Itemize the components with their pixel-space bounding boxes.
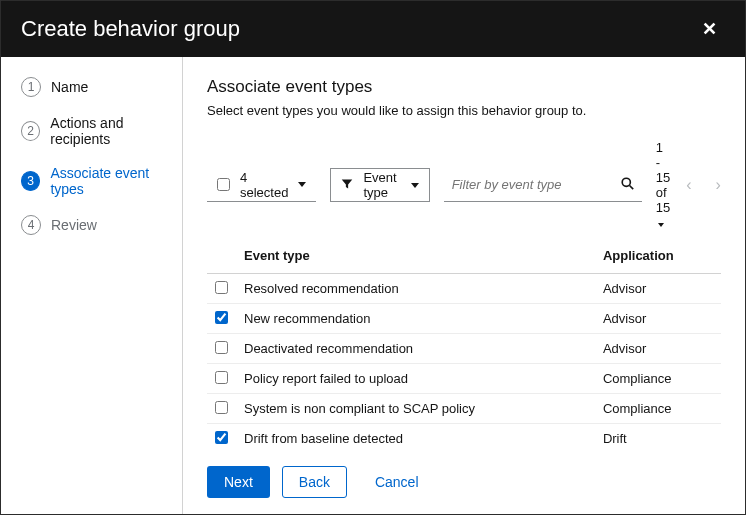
page-title: Associate event types bbox=[207, 77, 721, 97]
cell-event-type: Deactivated recommendation bbox=[236, 334, 595, 364]
caret-down-icon bbox=[411, 183, 419, 188]
caret-down-icon bbox=[658, 223, 664, 227]
row-checkbox[interactable] bbox=[215, 281, 228, 294]
bulk-select-dropdown[interactable]: 4 selected bbox=[207, 168, 316, 202]
cell-event-type: System is non compliant to SCAP policy bbox=[236, 394, 595, 424]
step-label: Associate event types bbox=[50, 165, 182, 197]
wizard-step-associate[interactable]: 3 Associate event types bbox=[21, 165, 182, 197]
wizard-nav: 1 Name 2 Actions and recipients 3 Associ… bbox=[1, 57, 183, 514]
pagination-label[interactable]: 1 - 15 of 15 bbox=[656, 140, 670, 230]
toolbar: 4 selected Event type bbox=[207, 140, 721, 230]
step-number: 4 bbox=[21, 215, 41, 235]
step-number: 3 bbox=[21, 171, 40, 191]
caret-down-icon bbox=[298, 182, 306, 187]
row-checkbox[interactable] bbox=[215, 401, 228, 414]
svg-line-1 bbox=[629, 185, 633, 189]
cell-application: Compliance bbox=[595, 394, 721, 424]
col-event-type: Event type bbox=[236, 240, 595, 274]
cell-application: Drift bbox=[595, 424, 721, 453]
filter-search-input-wrap bbox=[444, 168, 642, 202]
step-number: 2 bbox=[21, 121, 40, 141]
row-checkbox[interactable] bbox=[215, 431, 228, 444]
wizard-step-actions[interactable]: 2 Actions and recipients bbox=[21, 115, 182, 147]
cell-application: Compliance bbox=[595, 364, 721, 394]
prev-page-button[interactable]: ‹ bbox=[678, 172, 699, 198]
cell-application: Advisor bbox=[595, 304, 721, 334]
table-row: Resolved recommendationAdvisor bbox=[207, 274, 721, 304]
wizard-footer: Next Back Cancel bbox=[207, 452, 721, 498]
cell-event-type: Policy report failed to upload bbox=[236, 364, 595, 394]
event-types-table: Event type Application Resolved recommen… bbox=[207, 240, 721, 452]
cell-event-type: Drift from baseline detected bbox=[236, 424, 595, 453]
step-label: Review bbox=[51, 217, 97, 233]
col-application: Application bbox=[595, 240, 721, 274]
cell-application: Advisor bbox=[595, 334, 721, 364]
wizard-content: Associate event types Select event types… bbox=[183, 57, 745, 514]
bulk-select-checkbox[interactable] bbox=[217, 178, 230, 191]
table-row: Deactivated recommendationAdvisor bbox=[207, 334, 721, 364]
wizard-step-review[interactable]: 4 Review bbox=[21, 215, 182, 235]
table-row: Drift from baseline detectedDrift bbox=[207, 424, 721, 453]
modal-header: Create behavior group ✕ bbox=[1, 1, 745, 57]
wizard-step-name[interactable]: 1 Name bbox=[21, 77, 182, 97]
modal-body: 1 Name 2 Actions and recipients 3 Associ… bbox=[1, 57, 745, 514]
page-subtitle: Select event types you would like to ass… bbox=[207, 103, 721, 118]
step-number: 1 bbox=[21, 77, 41, 97]
pagination: 1 - 15 of 15 ‹ › bbox=[656, 140, 729, 230]
next-page-button[interactable]: › bbox=[707, 172, 728, 198]
cancel-button[interactable]: Cancel bbox=[359, 467, 435, 497]
cell-event-type: New recommendation bbox=[236, 304, 595, 334]
next-button[interactable]: Next bbox=[207, 466, 270, 498]
row-checkbox[interactable] bbox=[215, 341, 228, 354]
table-row: New recommendationAdvisor bbox=[207, 304, 721, 334]
col-checkbox bbox=[207, 240, 236, 274]
svg-point-0 bbox=[622, 178, 630, 186]
close-icon[interactable]: ✕ bbox=[694, 14, 725, 44]
cell-application: Advisor bbox=[595, 274, 721, 304]
table-row: System is non compliant to SCAP policyCo… bbox=[207, 394, 721, 424]
modal-title: Create behavior group bbox=[21, 16, 240, 42]
filter-type-label: Event type bbox=[363, 170, 396, 200]
filter-search-input[interactable] bbox=[452, 177, 621, 192]
cell-event-type: Resolved recommendation bbox=[236, 274, 595, 304]
filter-type-dropdown[interactable]: Event type bbox=[330, 168, 429, 202]
back-button[interactable]: Back bbox=[282, 466, 347, 498]
search-icon[interactable] bbox=[621, 177, 634, 193]
filter-icon bbox=[341, 178, 353, 193]
create-behavior-group-modal: Create behavior group ✕ 1 Name 2 Actions… bbox=[1, 1, 745, 514]
table-row: Policy report failed to uploadCompliance bbox=[207, 364, 721, 394]
row-checkbox[interactable] bbox=[215, 371, 228, 384]
bulk-select-label: 4 selected bbox=[240, 170, 288, 200]
row-checkbox[interactable] bbox=[215, 311, 228, 324]
event-types-table-wrap: Event type Application Resolved recommen… bbox=[207, 240, 721, 452]
step-label: Name bbox=[51, 79, 88, 95]
step-label: Actions and recipients bbox=[50, 115, 182, 147]
